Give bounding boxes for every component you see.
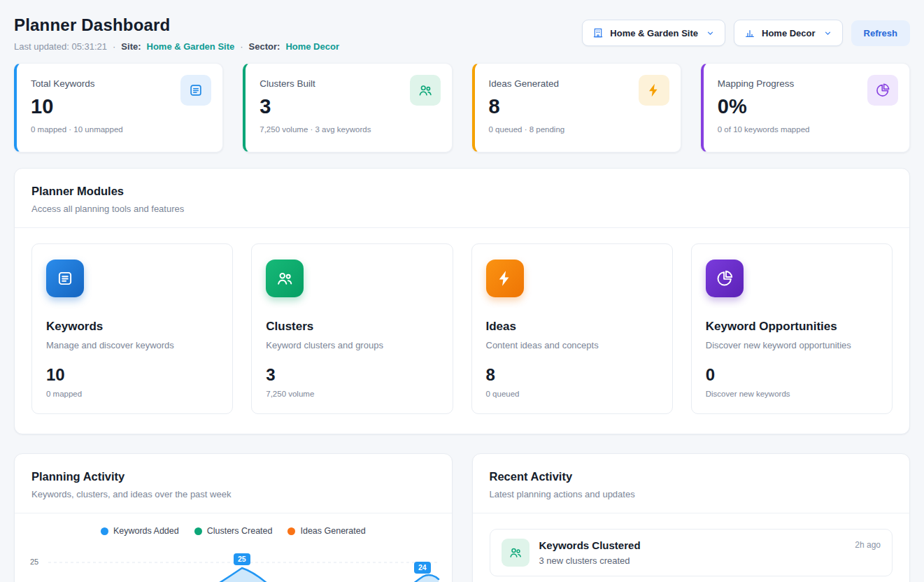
building-icon: [592, 27, 604, 38]
module-value: 10: [46, 365, 218, 385]
stat-card-clusters-built: Clusters Built 3 7,250 volume · 3 avg ke…: [243, 63, 452, 152]
site-selector-dropdown[interactable]: Home & Garden Site: [582, 20, 725, 46]
users-icon: [502, 539, 529, 567]
module-description: Content ideas and concepts: [486, 340, 658, 350]
stat-detail: 0 of 10 keywords mapped: [718, 125, 895, 134]
module-title: Ideas: [486, 320, 658, 334]
module-detail: 7,250 volume: [266, 390, 438, 398]
stat-card-total-keywords: Total Keywords 10 0 mapped · 10 unmapped: [14, 63, 223, 152]
stat-detail: 0 queued · 8 pending: [489, 125, 667, 134]
legend-item-keywords-added: Keywords Added: [101, 526, 179, 536]
activity-timestamp: 2h ago: [855, 540, 881, 550]
module-detail: Discover new keywords: [706, 390, 878, 398]
module-detail: 0 queued: [486, 390, 658, 398]
module-description: Manage and discover keywords: [46, 340, 218, 350]
stat-card-ideas-generated: Ideas Generated 8 0 queued · 8 pending: [472, 63, 681, 152]
sector-label: Sector:: [249, 41, 280, 52]
module-value: 3: [266, 365, 438, 385]
module-title: Keyword Opportunities: [706, 320, 878, 334]
y-axis-tick: 25: [30, 558, 38, 566]
sector-link[interactable]: Home Decor: [285, 41, 339, 52]
chart-legend: Keywords Added Clusters Created Ideas Ge…: [15, 513, 452, 539]
module-card-ideas[interactable]: Ideas Content ideas and concepts 8 0 que…: [471, 243, 673, 414]
module-description: Discover new keyword opportunities: [706, 340, 878, 350]
legend-dot-blue: [101, 527, 108, 535]
lightning-icon: [639, 75, 669, 106]
stat-card-mapping-progress: Mapping Progress 0% 0 of 10 keywords map…: [701, 63, 910, 152]
planning-activity-card: Planning Activity Keywords, clusters, an…: [14, 453, 453, 582]
module-value: 0: [706, 365, 878, 385]
data-point-label: 25: [234, 553, 250, 565]
section-title: Recent Activity: [490, 470, 893, 483]
page-header: Planner Dashboard Last updated: 05:31:21…: [14, 15, 910, 52]
module-card-keyword-opportunities[interactable]: Keyword Opportunities Discover new keywo…: [691, 243, 893, 414]
legend-item-ideas-generated: Ideas Generated: [287, 526, 365, 536]
module-description: Keyword clusters and groups: [266, 340, 438, 350]
section-title: Planning Activity: [31, 470, 435, 483]
recent-activity-header: Recent Activity Latest planning actions …: [473, 454, 910, 513]
site-selector-label: Home & Garden Site: [610, 28, 698, 38]
chevron-down-icon: [823, 29, 832, 38]
sector-selector-dropdown[interactable]: Home Decor: [734, 20, 843, 46]
stat-detail: 7,250 volume · 3 avg keywords: [260, 125, 437, 134]
header-controls: Home & Garden Site Home Decor Refresh: [582, 20, 910, 46]
recent-activity-list: Keywords Clustered 3 new clusters create…: [473, 513, 910, 582]
planning-activity-header: Planning Activity Keywords, clusters, an…: [15, 454, 452, 513]
activity-detail: 3 new clusters created: [539, 555, 641, 566]
site-label: Site:: [121, 41, 141, 52]
planner-modules-header: Planner Modules Access all planning tool…: [15, 169, 909, 228]
pie-chart-icon: [706, 260, 744, 297]
document-icon: [46, 260, 84, 297]
modules-grid: Keywords Manage and discover keywords 10…: [15, 228, 909, 434]
module-card-clusters[interactable]: Clusters Keyword clusters and groups 3 7…: [251, 243, 453, 414]
document-icon: [180, 75, 211, 106]
refresh-button[interactable]: Refresh: [851, 20, 910, 46]
stat-detail: 0 mapped · 10 unmapped: [31, 125, 208, 134]
legend-label: Ideas Generated: [300, 526, 365, 536]
legend-label: Keywords Added: [113, 526, 179, 536]
section-subtitle: Keywords, clusters, and ideas over the p…: [31, 489, 435, 499]
sector-selector-label: Home Decor: [762, 28, 816, 38]
header-left: Planner Dashboard Last updated: 05:31:21…: [14, 15, 339, 52]
legend-dot-orange: [287, 527, 295, 535]
legend-dot-green: [194, 527, 202, 535]
activity-text: Keywords Clustered 3 new clusters create…: [539, 539, 641, 566]
meta-separator: ·: [113, 41, 115, 52]
legend-label: Clusters Created: [207, 526, 273, 536]
recent-activity-card: Recent Activity Latest planning actions …: [472, 453, 911, 582]
page-title: Planner Dashboard: [14, 15, 339, 35]
planner-modules-section: Planner Modules Access all planning tool…: [14, 168, 910, 434]
bar-chart-icon: [744, 27, 755, 38]
last-updated-text: Last updated: 05:31:21: [14, 41, 107, 52]
recent-activity-item[interactable]: Keywords Clustered 3 new clusters create…: [490, 529, 893, 576]
planning-activity-chart: 25 25 24: [29, 541, 438, 582]
lightning-icon: [486, 260, 524, 297]
stats-row: Total Keywords 10 0 mapped · 10 unmapped…: [14, 63, 910, 152]
users-icon: [266, 260, 304, 297]
module-detail: 0 mapped: [46, 390, 218, 398]
planner-dashboard-page: Planner Dashboard Last updated: 05:31:21…: [0, 0, 924, 582]
module-title: Clusters: [266, 320, 438, 334]
section-title: Planner Modules: [31, 185, 893, 198]
site-link[interactable]: Home & Garden Site: [147, 41, 235, 52]
page-meta: Last updated: 05:31:21 · Site: Home & Ga…: [14, 41, 339, 52]
module-value: 8: [486, 365, 658, 385]
legend-item-clusters-created: Clusters Created: [194, 526, 273, 536]
chevron-down-icon: [706, 29, 715, 38]
section-subtitle: Access all planning tools and features: [31, 204, 893, 214]
module-card-keywords[interactable]: Keywords Manage and discover keywords 10…: [31, 243, 233, 414]
meta-separator: ·: [240, 41, 243, 52]
pie-chart-icon: [867, 75, 898, 106]
activity-title: Keywords Clustered: [539, 539, 641, 551]
module-title: Keywords: [46, 320, 218, 334]
bottom-panels: Planning Activity Keywords, clusters, an…: [14, 453, 910, 582]
data-point-label: 24: [414, 562, 431, 574]
users-icon: [410, 75, 441, 106]
section-subtitle: Latest planning actions and updates: [490, 489, 893, 499]
